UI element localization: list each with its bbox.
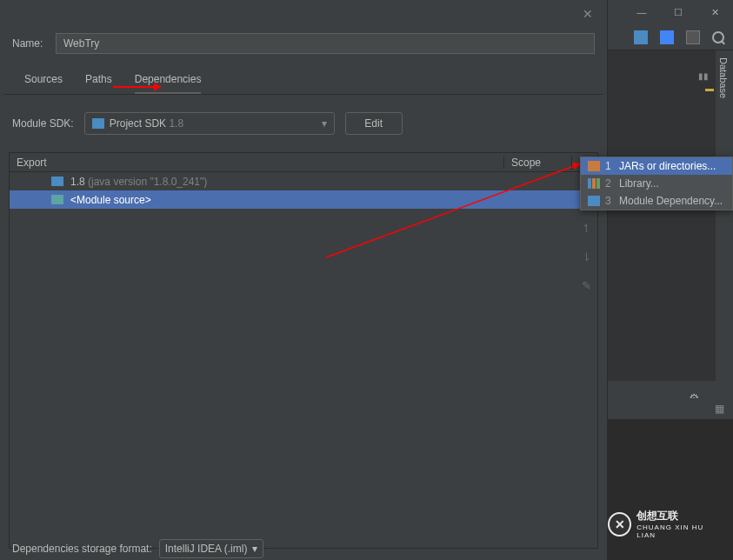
pause-icon: ▮▮ (698, 71, 709, 81)
layout-icon[interactable]: ▦ (715, 403, 724, 415)
tab-dependencies[interactable]: Dependencies (135, 73, 202, 94)
chevron-down-icon: ▾ (252, 543, 257, 555)
storage-select[interactable]: IntelliJ IDEA (.iml) ▾ (159, 539, 263, 558)
row-text: 1.8 (70, 176, 85, 188)
editor-preview: ▮▮ (608, 50, 716, 381)
sdk-version: 1.8 (169, 117, 183, 130)
watermark-sub: CHUANG XIN HU LIAN (636, 523, 723, 539)
item-label: JARs or directories... (619, 160, 716, 172)
item-number: 3 (605, 195, 614, 207)
module-settings-dialog: ✕ Name: Sources Paths Dependencies Modul… (0, 0, 608, 560)
toolbar-icon[interactable] (634, 30, 648, 44)
storage-value: IntelliJ IDEA (.iml) (165, 543, 248, 555)
table-header: Export Scope + (10, 153, 597, 172)
sdk-row: Module SDK: Project SDK 1.8 ▾ Edit (0, 95, 607, 135)
name-input[interactable] (56, 33, 595, 54)
panel-toolbar2: ▦ (608, 398, 733, 419)
edit-icon[interactable]: ✎ (582, 279, 591, 292)
library-icon (588, 178, 600, 189)
name-label: Name: (12, 37, 45, 50)
warning-marker (705, 89, 714, 91)
window-controls: — ☐ ✕ (608, 0, 733, 24)
item-number: 1 (605, 160, 614, 172)
add-dependency-popup: 1 JARs or directories... 2 Library... 3 … (580, 157, 733, 210)
popup-item-module[interactable]: 3 Module Dependency... (581, 192, 732, 210)
watermark-text: 创想互联 (636, 510, 678, 522)
row-suffix: (java version "1.8.0_241") (88, 176, 207, 188)
toolbar (608, 24, 733, 50)
dependencies-table: Export Scope + 1.8 (java version "1.8.0_… (9, 152, 598, 549)
popup-item-library[interactable]: 2 Library... (581, 175, 732, 192)
chevron-down-icon: ▾ (322, 117, 327, 130)
storage-label: Dependencies storage format: (12, 543, 152, 555)
close-icon[interactable]: ✕ (696, 0, 733, 24)
toolbar-icon[interactable] (686, 30, 700, 44)
watermark: ✕ 创想互联 CHUANG XIN HU LIAN (608, 509, 723, 539)
col-scope[interactable]: Scope (503, 157, 571, 169)
maximize-icon[interactable]: ☐ (660, 0, 696, 24)
folder-icon (51, 177, 63, 186)
database-tool[interactable]: Database (716, 50, 731, 105)
module-icon (588, 196, 600, 206)
sdk-select[interactable]: Project SDK 1.8 ▾ (84, 112, 335, 135)
folder-icon (92, 118, 104, 129)
table-body: 1.8 (java version "1.8.0_241") <Module s… (10, 172, 597, 548)
popup-item-jars[interactable]: 1 JARs or directories... (581, 157, 732, 175)
sdk-value: Project SDK (110, 117, 166, 130)
move-up-icon[interactable]: ↿ (582, 222, 591, 235)
table-row[interactable]: 1.8 (java version "1.8.0_241") (10, 172, 597, 190)
jar-icon (588, 161, 600, 171)
item-label: Module Dependency... (619, 195, 723, 207)
tab-paths[interactable]: Paths (85, 73, 112, 94)
edit-button[interactable]: Edit (345, 112, 403, 135)
item-label: Library... (619, 177, 659, 190)
search-icon[interactable] (712, 31, 724, 43)
tab-sources[interactable]: Sources (24, 73, 63, 94)
item-number: 2 (605, 177, 614, 190)
toolbar-icon[interactable] (660, 30, 674, 44)
sdk-label: Module SDK: (12, 117, 74, 130)
table-row[interactable]: <Module source> (10, 190, 597, 209)
folder-icon (51, 195, 63, 204)
move-down-icon[interactable]: ⇂ (582, 250, 591, 263)
right-toolwindow-bar: Database (716, 50, 733, 381)
minimize-icon[interactable]: — (623, 0, 660, 24)
name-row: Name: (0, 0, 607, 54)
close-icon[interactable]: ✕ (583, 7, 593, 21)
storage-row: Dependencies storage format: IntelliJ ID… (12, 539, 263, 558)
tabs: Sources Paths Dependencies (3, 54, 603, 95)
watermark-logo: ✕ (608, 512, 631, 537)
row-text: <Module source> (70, 194, 151, 206)
col-export[interactable]: Export (10, 157, 503, 169)
main-window-right: — ☐ ✕ ▮▮ Database ⚙ — ▦ ✕ 创想互联 CHUANG XI… (608, 0, 733, 560)
